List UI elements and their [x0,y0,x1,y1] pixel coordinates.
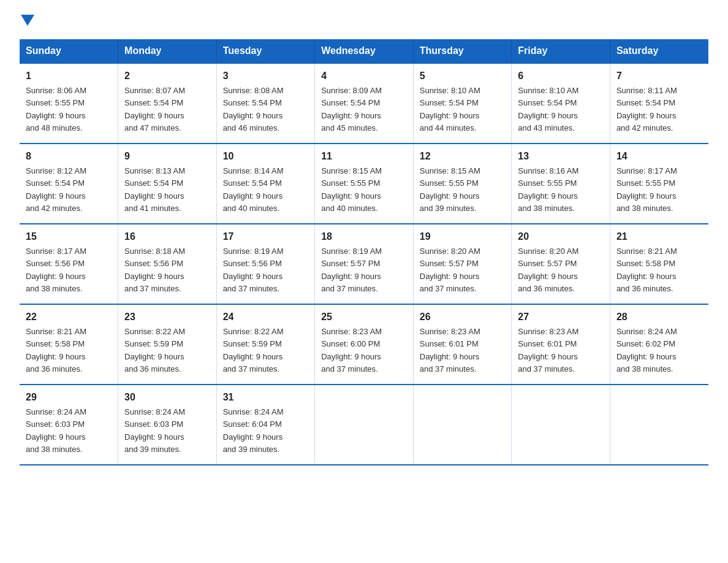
day-info: Sunrise: 8:08 AM Sunset: 5:54 PM Dayligh… [223,86,284,132]
day-number: 26 [420,310,506,324]
day-cell: 26 Sunrise: 8:23 AM Sunset: 6:01 PM Dayl… [413,304,512,385]
day-cell: 11 Sunrise: 8:15 AM Sunset: 5:55 PM Dayl… [315,144,414,224]
day-info: Sunrise: 8:24 AM Sunset: 6:02 PM Dayligh… [616,327,677,373]
day-number: 12 [420,149,506,164]
header-monday: Monday [118,39,217,63]
day-number: 29 [26,390,112,405]
day-cell: 22 Sunrise: 8:21 AM Sunset: 5:58 PM Dayl… [20,304,118,385]
day-info: Sunrise: 8:20 AM Sunset: 5:57 PM Dayligh… [420,247,480,293]
day-number: 30 [124,390,210,405]
day-cell: 1 Sunrise: 8:06 AM Sunset: 5:55 PM Dayli… [20,63,118,144]
day-info: Sunrise: 8:17 AM Sunset: 5:55 PM Dayligh… [616,166,677,213]
day-info: Sunrise: 8:12 AM Sunset: 5:54 PM Dayligh… [26,166,86,213]
day-number: 7 [616,69,702,83]
day-number: 17 [223,229,309,244]
day-info: Sunrise: 8:17 AM Sunset: 5:56 PM Dayligh… [26,247,86,293]
day-cell: 31 Sunrise: 8:24 AM Sunset: 6:04 PM Dayl… [216,385,315,465]
day-number: 31 [223,390,309,405]
day-cell: 24 Sunrise: 8:22 AM Sunset: 5:59 PM Dayl… [216,304,315,385]
day-cell: 20 Sunrise: 8:20 AM Sunset: 5:57 PM Dayl… [512,224,610,304]
logo-triangle-icon [21,15,34,26]
day-number: 24 [223,310,309,324]
day-info: Sunrise: 8:06 AM Sunset: 5:55 PM Dayligh… [26,86,86,132]
day-info: Sunrise: 8:11 AM Sunset: 5:54 PM Dayligh… [616,86,677,132]
day-info: Sunrise: 8:23 AM Sunset: 6:00 PM Dayligh… [321,327,382,373]
day-cell: 21 Sunrise: 8:21 AM Sunset: 5:58 PM Dayl… [610,224,708,304]
header [20,15,708,28]
header-friday: Friday [512,39,610,63]
day-cell: 9 Sunrise: 8:13 AM Sunset: 5:54 PM Dayli… [118,144,217,224]
header-saturday: Saturday [610,39,708,63]
day-number: 2 [124,69,210,83]
day-info: Sunrise: 8:21 AM Sunset: 5:58 PM Dayligh… [26,327,86,373]
day-cell: 7 Sunrise: 8:11 AM Sunset: 5:54 PM Dayli… [610,63,708,144]
day-cell: 12 Sunrise: 8:15 AM Sunset: 5:55 PM Dayl… [413,144,512,224]
week-row-1: 1 Sunrise: 8:06 AM Sunset: 5:55 PM Dayli… [20,63,708,144]
week-row-3: 15 Sunrise: 8:17 AM Sunset: 5:56 PM Dayl… [20,224,708,304]
day-number: 9 [124,149,210,164]
header-wednesday: Wednesday [315,39,414,63]
day-cell [413,385,512,465]
day-cell: 3 Sunrise: 8:08 AM Sunset: 5:54 PM Dayli… [216,63,315,144]
day-info: Sunrise: 8:22 AM Sunset: 5:59 PM Dayligh… [223,327,284,373]
day-cell: 13 Sunrise: 8:16 AM Sunset: 5:55 PM Dayl… [512,144,610,224]
day-info: Sunrise: 8:18 AM Sunset: 5:56 PM Dayligh… [124,247,185,293]
day-number: 27 [518,310,604,324]
day-cell: 29 Sunrise: 8:24 AM Sunset: 6:03 PM Dayl… [20,385,118,465]
day-number: 22 [26,310,112,324]
day-info: Sunrise: 8:19 AM Sunset: 5:57 PM Dayligh… [321,247,382,293]
day-info: Sunrise: 8:07 AM Sunset: 5:54 PM Dayligh… [124,86,185,132]
day-cell [315,385,414,465]
day-number: 13 [518,149,604,164]
day-info: Sunrise: 8:22 AM Sunset: 5:59 PM Dayligh… [124,327,185,373]
day-cell: 25 Sunrise: 8:23 AM Sunset: 6:00 PM Dayl… [315,304,414,385]
day-cell: 5 Sunrise: 8:10 AM Sunset: 5:54 PM Dayli… [413,63,512,144]
calendar-header-row: SundayMondayTuesdayWednesdayThursdayFrid… [20,39,708,63]
day-cell: 16 Sunrise: 8:18 AM Sunset: 5:56 PM Dayl… [118,224,217,304]
day-number: 21 [616,229,702,244]
header-thursday: Thursday [413,39,512,63]
day-number: 19 [420,229,506,244]
day-cell: 28 Sunrise: 8:24 AM Sunset: 6:02 PM Dayl… [610,304,708,385]
week-row-4: 22 Sunrise: 8:21 AM Sunset: 5:58 PM Dayl… [20,304,708,385]
day-number: 6 [518,69,604,83]
day-number: 28 [616,310,702,324]
day-info: Sunrise: 8:19 AM Sunset: 5:56 PM Dayligh… [223,247,284,293]
day-info: Sunrise: 8:24 AM Sunset: 6:03 PM Dayligh… [26,407,86,454]
day-number: 1 [26,69,112,83]
week-row-5: 29 Sunrise: 8:24 AM Sunset: 6:03 PM Dayl… [20,385,708,465]
day-info: Sunrise: 8:21 AM Sunset: 5:58 PM Dayligh… [616,247,677,293]
day-cell: 19 Sunrise: 8:20 AM Sunset: 5:57 PM Dayl… [413,224,512,304]
day-cell: 10 Sunrise: 8:14 AM Sunset: 5:54 PM Dayl… [216,144,315,224]
day-cell [610,385,708,465]
day-info: Sunrise: 8:23 AM Sunset: 6:01 PM Dayligh… [420,327,480,373]
day-number: 4 [321,69,407,83]
day-cell [512,385,610,465]
day-number: 25 [321,310,407,324]
day-number: 5 [420,69,506,83]
day-cell: 14 Sunrise: 8:17 AM Sunset: 5:55 PM Dayl… [610,144,708,224]
day-number: 23 [124,310,210,324]
day-number: 10 [223,149,309,164]
day-number: 11 [321,149,407,164]
day-info: Sunrise: 8:16 AM Sunset: 5:55 PM Dayligh… [518,166,578,213]
day-number: 3 [223,69,309,83]
day-cell: 2 Sunrise: 8:07 AM Sunset: 5:54 PM Dayli… [118,63,217,144]
day-number: 18 [321,229,407,244]
day-cell: 27 Sunrise: 8:23 AM Sunset: 6:01 PM Dayl… [512,304,610,385]
day-info: Sunrise: 8:24 AM Sunset: 6:03 PM Dayligh… [124,407,185,454]
day-info: Sunrise: 8:23 AM Sunset: 6:01 PM Dayligh… [518,327,578,373]
day-cell: 4 Sunrise: 8:09 AM Sunset: 5:54 PM Dayli… [315,63,414,144]
logo [20,15,34,28]
header-tuesday: Tuesday [216,39,315,63]
day-cell: 18 Sunrise: 8:19 AM Sunset: 5:57 PM Dayl… [315,224,414,304]
week-row-2: 8 Sunrise: 8:12 AM Sunset: 5:54 PM Dayli… [20,144,708,224]
day-info: Sunrise: 8:13 AM Sunset: 5:54 PM Dayligh… [124,166,185,213]
day-number: 15 [26,229,112,244]
day-number: 16 [124,229,210,244]
day-number: 8 [26,149,112,164]
day-info: Sunrise: 8:15 AM Sunset: 5:55 PM Dayligh… [321,166,382,213]
calendar-table: SundayMondayTuesdayWednesdayThursdayFrid… [20,39,708,465]
day-info: Sunrise: 8:15 AM Sunset: 5:55 PM Dayligh… [420,166,480,213]
day-info: Sunrise: 8:09 AM Sunset: 5:54 PM Dayligh… [321,86,382,132]
